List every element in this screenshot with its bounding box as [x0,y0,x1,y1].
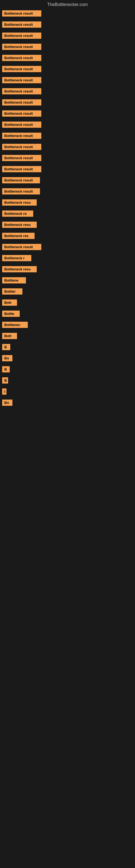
bottleneck-bar: Bottleneck result [2,166,41,172]
bottleneck-bar: Bottleneck result [2,88,41,94]
bottleneck-bar: Bottleneck result [2,55,41,61]
bottleneck-bar: Bottleneck r [2,255,31,261]
bottleneck-bar: Bottleneck result [2,144,41,150]
bottleneck-bar: Bottleneck resu [2,199,37,206]
bottleneck-bar: Bo [2,355,12,361]
bottleneck-bar: Bottleneck result [2,99,41,105]
bottleneck-bar: Bottleneck result [2,22,41,28]
bottleneck-bar: Bottlene [2,277,26,283]
bottleneck-bar: Bott [2,333,17,339]
bottleneck-bar: B [2,366,10,372]
bottleneck-bar: Bottler [2,288,22,294]
bottleneck-bar: Bottleneck re [2,211,33,217]
bottleneck-bar: B [2,344,10,350]
site-title: TheBottlenecker.com [0,0,135,10]
bottleneck-bar: Bottleneck result [2,10,41,17]
bottleneck-bar: Bottleneck result [2,133,41,139]
bottleneck-bar: Bottleneck res [2,233,35,239]
bottleneck-bar: Bottle [2,311,20,317]
bottleneck-bar: B [2,377,8,383]
bottleneck-bar: Bottleneck result [2,155,41,161]
bottleneck-bar: Bottleneck resu [2,222,37,228]
bottleneck-bar: Bottleneck result [2,33,41,39]
bottleneck-bar: Bo [2,400,12,406]
bottleneck-bar: Bottleneck result [2,111,41,117]
bottleneck-bar: Bottleneck result [2,66,41,72]
bottleneck-bar: Bottleneck resu [2,266,37,272]
bottleneck-bar: Bottlenec [2,322,28,328]
bottleneck-bar: Bottleneck result [2,244,41,250]
bottleneck-bar: Bottleneck result [2,44,41,50]
bottleneck-bar: Bott [2,300,17,306]
bottleneck-bar: Bottleneck result [2,122,41,128]
bottleneck-bar: Bottleneck result [2,188,40,194]
bottleneck-bar: Bottleneck result [2,177,40,183]
bottleneck-bar: I [2,389,6,395]
bottleneck-bar: Bottleneck result [2,77,41,83]
